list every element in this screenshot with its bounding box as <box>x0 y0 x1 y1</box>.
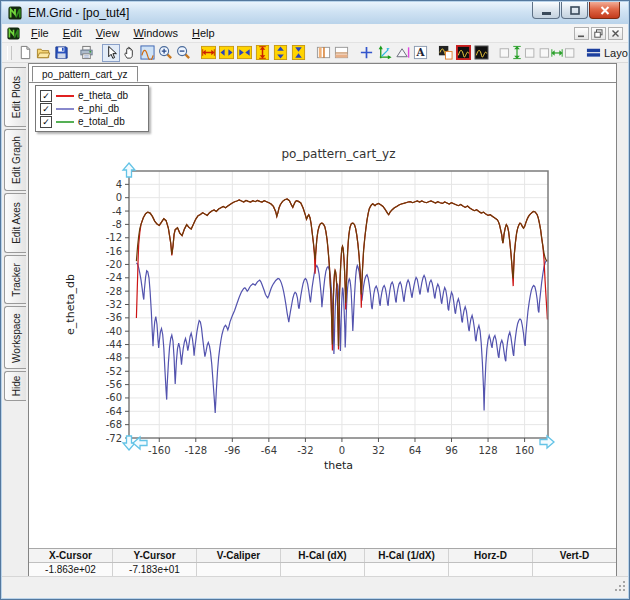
sidebar-tab-label: Edit Plots <box>10 76 21 118</box>
document-icon[interactable] <box>7 27 24 40</box>
tick-label-x: 160 <box>515 445 534 456</box>
mdi-restore-button[interactable] <box>591 27 606 40</box>
plot-dark-red-icon <box>456 45 471 60</box>
app-icon[interactable] <box>8 6 22 20</box>
plot-light-icon <box>438 45 453 60</box>
minimize-icon <box>542 12 551 15</box>
shrink-y-button[interactable] <box>289 44 307 62</box>
tick-label-y: -44 <box>106 339 122 350</box>
select-mode-button[interactable] <box>102 44 120 62</box>
sidebar-tab-edit-axes[interactable]: Edit Axes <box>4 193 26 253</box>
add-shape-button[interactable] <box>393 44 411 62</box>
document-tab[interactable]: po_pattern_cart_yz <box>32 66 138 82</box>
add-marker-button[interactable] <box>357 44 375 62</box>
tick-label-y: -28 <box>106 286 122 297</box>
sidebar-tab-label: Edit Graph <box>10 136 21 184</box>
zoom-in-button[interactable] <box>156 44 174 62</box>
scroll-x-button[interactable] <box>217 44 235 62</box>
dark-plot-active-button[interactable] <box>454 44 472 62</box>
legend-item: ✓e_total_db <box>40 115 144 128</box>
legend-item: ✓e_phi_db <box>40 102 144 115</box>
tick-label-x: -160 <box>148 445 171 456</box>
tick-label-y: -68 <box>106 419 122 430</box>
plot-dark-icon <box>474 45 489 60</box>
menu-windows[interactable]: Windows <box>126 25 185 41</box>
sidebar-tab-edit-plots[interactable]: Edit Plots <box>4 67 26 127</box>
layout-bars-icon <box>586 45 601 60</box>
minimize-button[interactable] <box>532 2 560 19</box>
save-button[interactable] <box>52 44 70 62</box>
menu-view[interactable]: View <box>89 25 127 41</box>
tracker-column-header: Vert-D <box>533 549 616 562</box>
arrows-h-shrink-icon <box>237 45 252 60</box>
layout-button-label[interactable]: Layout <box>604 47 628 59</box>
split-horizontal-button[interactable] <box>332 44 350 62</box>
toolbar-grip[interactable] <box>7 46 12 60</box>
legend-line-swatch <box>56 108 74 110</box>
maximize-icon <box>570 6 580 15</box>
sidebar-tab-tracker[interactable]: Tracker <box>4 255 26 304</box>
tick-label-y: -16 <box>106 246 122 257</box>
tick-label-y: -8 <box>112 219 122 230</box>
tracker-value-cell: -1.863e+02 <box>29 563 113 577</box>
chart[interactable]: -160-128-96-64-32032649612816040-4-8-12-… <box>62 141 582 476</box>
arrows-h-expand-icon <box>201 45 216 60</box>
tracker-column-header: Y-Cursor <box>113 549 197 562</box>
status-bar <box>2 576 628 598</box>
sidebar-tab-edit-graph[interactable]: Edit Graph <box>4 129 26 191</box>
close-button[interactable] <box>589 2 620 19</box>
toolbar: ALayout <box>2 43 628 63</box>
new-file-button[interactable] <box>16 44 34 62</box>
sidebar-tab-workspace[interactable]: Workspace <box>4 306 26 369</box>
shrink-x-button[interactable] <box>235 44 253 62</box>
letter-a-icon: A <box>413 45 428 60</box>
legend-box: ✓e_theta_db✓e_phi_db✓e_total_db <box>35 85 149 132</box>
tick-label-y: -32 <box>106 299 122 310</box>
y-limits-toggle[interactable] <box>497 44 537 62</box>
x-limits-toggle[interactable] <box>537 44 577 62</box>
add-text-button[interactable]: A <box>411 44 429 62</box>
y-axis-label: e_theta_db <box>64 274 77 335</box>
legend-checkbox[interactable]: ✓ <box>40 90 52 102</box>
legend-label: e_total_db <box>78 116 125 127</box>
tracker-column-header: H-Cal (dX) <box>281 549 365 562</box>
new-plot-button[interactable] <box>436 44 454 62</box>
trace-mode-button[interactable] <box>138 44 156 62</box>
tick-label-y: -12 <box>106 232 122 243</box>
split-horizontal-icon <box>334 45 349 60</box>
expand-x-button[interactable] <box>199 44 217 62</box>
menu-edit[interactable]: Edit <box>56 25 89 41</box>
tracker-value-cell <box>449 563 533 577</box>
sidebar-tab-hide[interactable]: Hide <box>4 371 26 401</box>
tracker-column-header: X-Cursor <box>29 549 113 562</box>
open-file-button[interactable] <box>34 44 52 62</box>
arrows-v-shrink-icon <box>291 45 306 60</box>
edit-axes-button[interactable] <box>375 44 393 62</box>
pan-mode-button[interactable] <box>120 44 138 62</box>
expand-y-button[interactable] <box>253 44 271 62</box>
print-button[interactable] <box>77 44 95 62</box>
save-icon <box>54 45 69 60</box>
maximize-button[interactable] <box>561 2 588 19</box>
resize-grip-icon <box>614 580 626 592</box>
legend-checkbox[interactable]: ✓ <box>40 103 52 115</box>
legend-checkbox[interactable]: ✓ <box>40 116 52 128</box>
mdi-minimize-icon <box>577 29 586 38</box>
mdi-minimize-button[interactable] <box>574 27 589 40</box>
split-vertical-button[interactable] <box>314 44 332 62</box>
dark-plot-button[interactable] <box>472 44 490 62</box>
open-folder-icon <box>36 45 51 60</box>
menu-file[interactable]: File <box>24 25 56 41</box>
sidebar-tab-label: Workspace <box>10 313 21 363</box>
tick-label-x: -32 <box>297 445 313 456</box>
mdi-window-buttons <box>574 27 623 40</box>
menu-help[interactable]: Help <box>185 25 222 41</box>
tracker-value-cell <box>365 563 449 577</box>
layout-button[interactable] <box>584 44 602 62</box>
scroll-y-button[interactable] <box>271 44 289 62</box>
zoom-out-button[interactable] <box>174 44 192 62</box>
axis-extend-left-arrow-icon[interactable] <box>133 437 147 449</box>
mdi-close-button[interactable] <box>608 27 623 40</box>
resize-grip[interactable] <box>614 578 626 596</box>
tick-label-x: -64 <box>261 445 277 456</box>
